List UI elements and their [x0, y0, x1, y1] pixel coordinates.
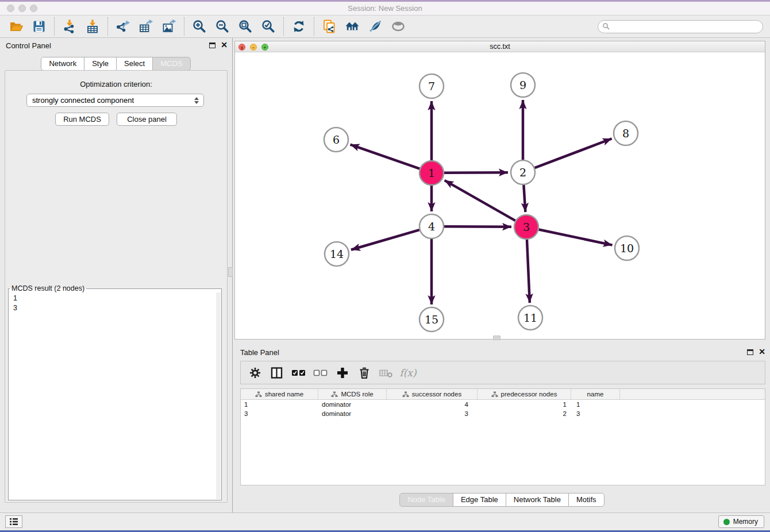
graph-edge-2-3[interactable]: [523, 185, 525, 212]
svg-text:11: 11: [523, 311, 537, 324]
graph-node-9[interactable]: 9: [511, 73, 535, 97]
table-header-row: shared nameMCDS rolesuccessor nodesprede…: [241, 389, 765, 400]
network-graph[interactable]: 7968124314101511: [235, 52, 765, 339]
graph-edge-4-3[interactable]: [444, 226, 511, 227]
toggle-panel-columns-icon[interactable]: [268, 365, 286, 381]
add-column-icon[interactable]: [334, 365, 351, 381]
graph-edge-4-14[interactable]: [351, 230, 419, 250]
vertical-split-gripper[interactable]: [228, 267, 233, 277]
graph-edge-1-2[interactable]: [444, 172, 508, 173]
svg-text:2: 2: [519, 166, 526, 179]
graph-node-6[interactable]: 6: [324, 128, 348, 152]
graph-edge-3-1[interactable]: [445, 180, 515, 221]
node-table: shared nameMCDS rolesuccessor nodesprede…: [240, 388, 765, 485]
task-history-button[interactable]: [5, 515, 22, 528]
table-cell[interactable]: 3: [571, 409, 620, 418]
graph-node-14[interactable]: 14: [325, 242, 349, 266]
graph-node-2[interactable]: 2: [511, 160, 535, 184]
mcds-result-text[interactable]: 1 3: [9, 292, 221, 499]
graph-node-10[interactable]: 10: [615, 236, 639, 260]
table-cell[interactable]: 3: [387, 409, 478, 418]
run-mcds-button[interactable]: Run MCDS: [55, 113, 109, 126]
save-session-icon[interactable]: [29, 17, 49, 36]
column-header-shared-name[interactable]: shared name: [241, 389, 318, 399]
optimization-criterion-value: strongly connected component: [32, 96, 134, 105]
result-scrollbar[interactable]: [216, 292, 221, 499]
table-cell[interactable]: 4: [387, 400, 478, 409]
zoom-in-icon[interactable]: [190, 17, 209, 36]
export-network-icon[interactable]: [113, 17, 133, 36]
control-panel: Control Panel ✕ NetworkStyleSelectMCDS O…: [0, 38, 233, 512]
graph-node-7[interactable]: 7: [419, 74, 444, 98]
duplicate-network-icon[interactable]: [319, 17, 339, 36]
tab-edge-table[interactable]: Edge Table: [453, 493, 506, 507]
network-window-titlebar[interactable]: x − + scc.txt: [235, 41, 765, 52]
table-cell[interactable]: dominator: [318, 400, 387, 409]
table-row[interactable]: 3dominator323: [241, 409, 765, 418]
table-cell[interactable]: 1: [571, 400, 620, 409]
control-panel-close-icon[interactable]: ✕: [221, 42, 228, 48]
column-header-name[interactable]: name: [571, 389, 620, 399]
table-cell[interactable]: 1: [478, 400, 571, 409]
tab-mcds[interactable]: MCDS: [152, 57, 190, 71]
main-area: Control Panel ✕ NetworkStyleSelectMCDS O…: [0, 38, 770, 512]
graph-node-4[interactable]: 4: [419, 214, 444, 238]
graph-edge-2-8[interactable]: [535, 138, 612, 168]
tab-network[interactable]: Network: [41, 57, 84, 71]
table-panel-close-icon[interactable]: ✕: [759, 349, 765, 355]
deselect-all-icon[interactable]: [312, 365, 329, 381]
close-panel-button[interactable]: Close panel: [117, 113, 177, 126]
refresh-view-icon[interactable]: [289, 17, 309, 36]
optimization-criterion-select[interactable]: strongly connected component: [26, 94, 204, 107]
control-panel-float-icon[interactable]: [209, 43, 215, 48]
hide-details-eye-icon[interactable]: [388, 17, 408, 36]
table-cell[interactable]: 3: [241, 409, 318, 418]
graph-node-15[interactable]: 15: [419, 307, 444, 331]
graph-edge-1-6[interactable]: [351, 145, 420, 169]
show-style-icon[interactable]: [365, 17, 385, 36]
open-folder-icon[interactable]: [6, 17, 26, 36]
table-cell[interactable]: dominator: [318, 409, 387, 418]
tab-node-table[interactable]: Node Table: [399, 493, 453, 507]
graph-edge-3-10[interactable]: [539, 230, 613, 245]
toolbar-separator: [184, 17, 184, 36]
column-type-icon: [402, 391, 409, 398]
zoom-selected-icon[interactable]: [259, 17, 278, 36]
memory-button[interactable]: Memory: [718, 515, 764, 528]
table-panel-float-icon[interactable]: [747, 349, 753, 355]
graph-node-8[interactable]: 8: [614, 121, 638, 145]
first-neighbors-icon[interactable]: [342, 17, 362, 36]
toolbar-separator: [283, 17, 284, 36]
search-icon: [602, 22, 610, 30]
export-table-icon[interactable]: [136, 17, 156, 36]
table-row[interactable]: 1dominator411: [241, 400, 765, 409]
select-stepper-icon: [193, 96, 200, 105]
mcds-panel: Optimization criterion: strongly connect…: [5, 70, 228, 503]
table-cell[interactable]: 2: [478, 409, 571, 418]
app-window: Session: New Session: [0, 0, 770, 532]
graph-node-3[interactable]: 3: [514, 215, 538, 239]
graph-node-1[interactable]: 1: [419, 161, 444, 185]
column-header-successor-nodes[interactable]: successor nodes: [387, 389, 478, 399]
import-table-icon[interactable]: [83, 17, 102, 36]
fit-content-icon[interactable]: [236, 17, 255, 36]
settings-gear-icon[interactable]: [247, 365, 264, 381]
horizontal-split-gripper[interactable]: [493, 336, 500, 340]
graph-edge-3-11[interactable]: [527, 240, 530, 303]
column-header-MCDS-role[interactable]: MCDS role: [318, 389, 387, 399]
select-all-check-icon[interactable]: [290, 365, 307, 381]
tab-motifs[interactable]: Motifs: [568, 493, 605, 507]
delete-column-trash-icon[interactable]: [356, 365, 373, 381]
window-title: Session: New Session: [0, 4, 770, 13]
column-header-predecessor-nodes[interactable]: predecessor nodes: [478, 389, 571, 399]
graph-node-11[interactable]: 11: [518, 306, 542, 330]
network-canvas[interactable]: 7968124314101511: [235, 52, 765, 339]
import-network-icon[interactable]: [60, 17, 79, 36]
tab-style[interactable]: Style: [84, 57, 117, 71]
table-cell[interactable]: 1: [241, 400, 318, 409]
tab-network-table[interactable]: Network Table: [506, 493, 569, 507]
search-input[interactable]: [598, 20, 763, 33]
tab-select[interactable]: Select: [116, 57, 153, 71]
export-image-icon[interactable]: [159, 17, 179, 36]
zoom-out-icon[interactable]: [213, 17, 232, 36]
